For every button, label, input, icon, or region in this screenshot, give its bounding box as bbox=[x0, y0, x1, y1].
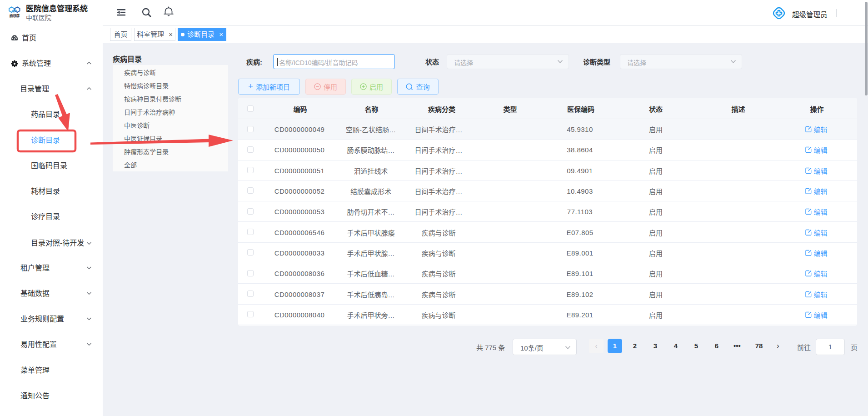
svg-text:HEALTH LINK: HEALTH LINK bbox=[10, 17, 19, 19]
